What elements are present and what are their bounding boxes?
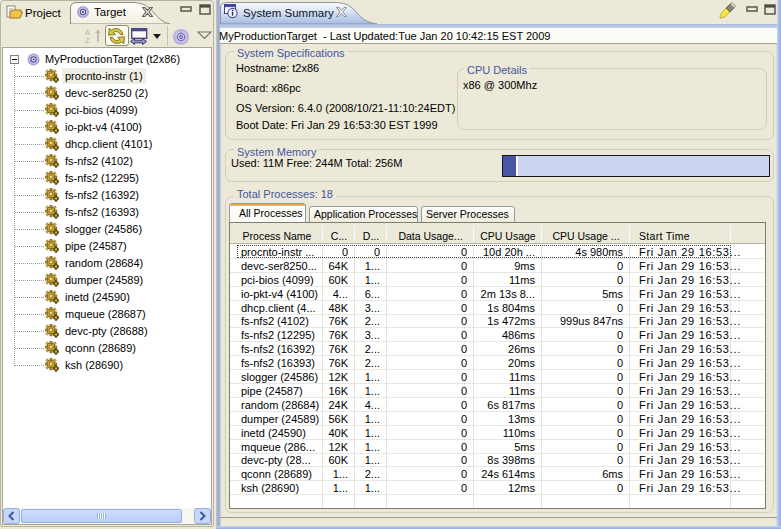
svg-text:Z: Z [85,36,90,44]
